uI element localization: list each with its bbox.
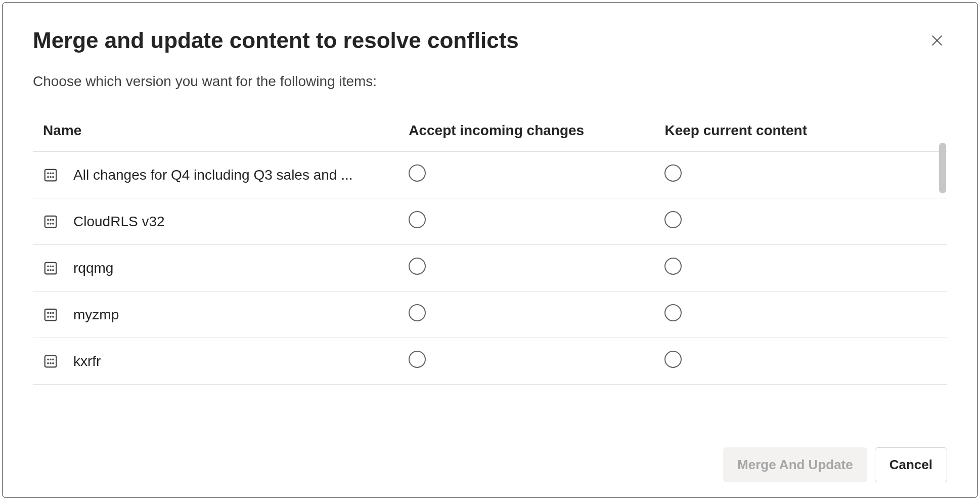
svg-point-17 <box>48 266 49 267</box>
svg-point-8 <box>53 177 54 178</box>
table-row: kxrfr <box>33 338 947 385</box>
svg-point-5 <box>53 173 54 174</box>
table-row: myzmp <box>33 291 947 338</box>
svg-point-14 <box>50 223 51 224</box>
svg-point-10 <box>48 219 49 220</box>
item-name: rqqmg <box>73 260 113 276</box>
column-header-name: Name <box>33 115 398 152</box>
svg-point-6 <box>48 177 49 178</box>
svg-point-13 <box>48 223 49 224</box>
table-row: All changes for Q4 including Q3 sales an… <box>33 152 947 198</box>
svg-point-19 <box>53 266 54 267</box>
svg-point-27 <box>48 316 49 317</box>
svg-point-11 <box>50 219 51 220</box>
dialog-title: Merge and update content to resolve conf… <box>33 28 519 53</box>
item-name: CloudRLS v32 <box>73 214 165 230</box>
svg-point-4 <box>50 173 51 174</box>
svg-point-31 <box>48 359 49 360</box>
name-cell: All changes for Q4 including Q3 sales an… <box>43 167 393 183</box>
svg-point-24 <box>48 312 49 313</box>
svg-point-12 <box>53 219 54 220</box>
keep-radio[interactable] <box>664 304 682 321</box>
svg-point-21 <box>50 270 51 271</box>
table-row: rqqmg <box>33 245 947 291</box>
accept-radio[interactable] <box>409 164 426 182</box>
dataset-icon <box>43 261 58 276</box>
svg-point-15 <box>53 223 54 224</box>
svg-point-7 <box>50 177 51 178</box>
accept-radio[interactable] <box>409 211 426 228</box>
svg-point-18 <box>50 266 51 267</box>
accept-radio[interactable] <box>409 304 426 321</box>
svg-point-3 <box>48 173 49 174</box>
svg-point-35 <box>50 363 51 364</box>
svg-point-25 <box>50 312 51 313</box>
conflict-table: Name Accept incoming changes Keep curren… <box>33 115 947 385</box>
table-row: CloudRLS v32 <box>33 198 947 245</box>
name-cell: myzmp <box>43 307 393 323</box>
cancel-button[interactable]: Cancel <box>875 447 947 482</box>
scrollbar-thumb[interactable] <box>939 143 946 193</box>
accept-radio[interactable] <box>409 258 426 275</box>
svg-point-32 <box>50 359 51 360</box>
dataset-icon <box>43 214 58 229</box>
name-cell: rqqmg <box>43 260 393 276</box>
merge-conflicts-dialog: Merge and update content to resolve conf… <box>2 2 978 498</box>
dialog-description: Choose which version you want for the fo… <box>33 73 947 90</box>
svg-rect-2 <box>45 169 57 181</box>
svg-point-26 <box>53 312 54 313</box>
dataset-icon <box>43 168 58 183</box>
name-cell: CloudRLS v32 <box>43 214 393 230</box>
merge-and-update-button[interactable]: Merge And Update <box>723 447 867 482</box>
keep-radio[interactable] <box>664 258 682 275</box>
svg-rect-23 <box>45 309 57 320</box>
close-icon <box>930 33 944 48</box>
accept-radio[interactable] <box>409 351 426 368</box>
svg-rect-9 <box>45 216 57 227</box>
svg-rect-16 <box>45 262 57 274</box>
close-button[interactable] <box>927 30 947 51</box>
keep-radio[interactable] <box>664 211 682 228</box>
svg-point-34 <box>48 363 49 364</box>
dialog-header: Merge and update content to resolve conf… <box>33 28 947 73</box>
conflict-table-container: Name Accept incoming changes Keep curren… <box>33 115 947 435</box>
svg-point-20 <box>48 270 49 271</box>
keep-radio[interactable] <box>664 351 682 368</box>
dialog-footer: Merge And Update Cancel <box>33 435 947 482</box>
svg-point-36 <box>53 363 54 364</box>
column-header-keep: Keep current content <box>654 115 947 152</box>
conflict-table-body: All changes for Q4 including Q3 sales an… <box>33 152 947 385</box>
svg-point-22 <box>53 270 54 271</box>
svg-point-33 <box>53 359 54 360</box>
svg-point-29 <box>53 316 54 317</box>
dataset-icon <box>43 354 58 369</box>
dataset-icon <box>43 307 58 322</box>
svg-rect-30 <box>45 355 57 367</box>
item-name: myzmp <box>73 307 119 323</box>
keep-radio[interactable] <box>664 164 682 182</box>
column-header-accept: Accept incoming changes <box>398 115 654 152</box>
item-name: All changes for Q4 including Q3 sales an… <box>73 167 353 183</box>
item-name: kxrfr <box>73 353 101 369</box>
svg-point-28 <box>50 316 51 317</box>
name-cell: kxrfr <box>43 353 393 369</box>
